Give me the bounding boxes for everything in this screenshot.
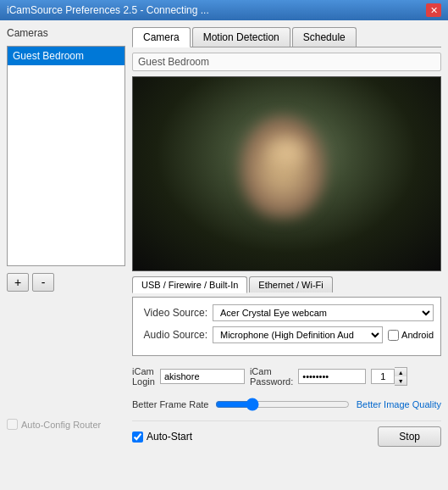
main-tabs: Camera Motion Detection Schedule	[132, 27, 441, 47]
auto-start-label: Auto-Start	[147, 431, 192, 443]
camera-list: Guest Bedroom	[7, 46, 125, 266]
stop-button[interactable]: Stop	[378, 426, 441, 447]
android-checkbox[interactable]	[388, 330, 399, 341]
password-input[interactable]	[298, 369, 366, 384]
camera-item-guest-bedroom[interactable]: Guest Bedroom	[8, 47, 124, 65]
tab-schedule[interactable]: Schedule	[292, 27, 357, 47]
tab-usb[interactable]: USB / Firewire / Built-In	[132, 276, 247, 293]
frame-quality-slider[interactable]	[215, 398, 349, 410]
audio-source-label: Audio Source:	[140, 329, 207, 341]
auto-config-checkbox[interactable]	[7, 419, 18, 430]
android-label: Android	[401, 330, 434, 340]
password-label: iCamPassword:	[250, 366, 293, 387]
login-input[interactable]	[160, 369, 245, 384]
video-source-select[interactable]: Acer Crystal Eye webcam	[213, 304, 434, 321]
auto-config-label: Auto-Config Router	[21, 420, 101, 430]
cameras-label: Cameras	[7, 27, 125, 39]
source-tabs: USB / Firewire / Built-In Ethernet / Wi-…	[132, 276, 441, 292]
tab-camera[interactable]: Camera	[132, 27, 191, 47]
audio-source-select[interactable]: Microphone (High Definition Aud	[213, 326, 383, 343]
video-source-label: Video Source:	[140, 307, 207, 319]
title-bar-text: iCamSource Preferences 2.5 - Connecting …	[7, 4, 209, 16]
slider-left-label: Better Frame Rate	[132, 399, 208, 409]
auto-start-checkbox[interactable]	[132, 432, 143, 443]
tab-motion-detection[interactable]: Motion Detection	[192, 27, 290, 47]
tab-ethernet[interactable]: Ethernet / Wi-Fi	[249, 276, 332, 292]
title-bar: iCamSource Preferences 2.5 - Connecting …	[0, 0, 448, 20]
spinner-up-button[interactable]: ▲	[395, 368, 407, 376]
spinner-down-button[interactable]: ▼	[395, 376, 407, 385]
add-camera-button[interactable]: +	[7, 273, 29, 292]
close-button[interactable]: ✕	[426, 3, 441, 17]
remove-camera-button[interactable]: -	[32, 273, 54, 292]
login-label: iCamLogin	[132, 366, 155, 387]
source-panel: Video Source: Acer Crystal Eye webcam Au…	[132, 297, 441, 356]
camera-name-input[interactable]	[132, 53, 441, 71]
slider-right-label: Better Image Quality	[357, 399, 441, 409]
spinner-input[interactable]	[371, 369, 395, 384]
video-preview	[132, 76, 441, 271]
